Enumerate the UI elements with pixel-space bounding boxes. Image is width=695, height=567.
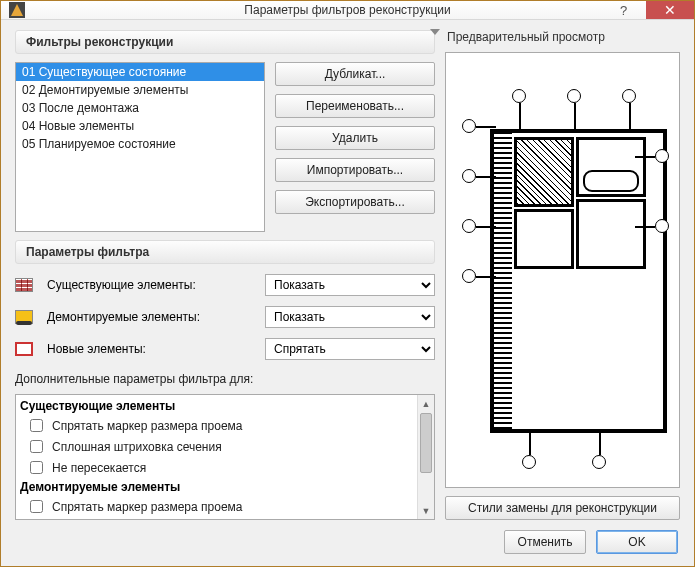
demolished-select[interactable]: ПоказатьСпрятатьПереопределить (265, 306, 435, 328)
filter-list-item[interactable]: 02 Демонтируемые элементы (16, 81, 264, 99)
extra-options-box[interactable]: Существующие элементыСпрятать маркер раз… (15, 394, 435, 520)
help-button[interactable]: ? (601, 1, 646, 19)
extra-option-checkbox[interactable] (30, 500, 43, 513)
scroll-thumb[interactable] (420, 413, 432, 473)
param-grid: Существующие элементы: ПоказатьСпрятатьП… (15, 274, 435, 360)
existing-label: Существующие элементы: (47, 278, 257, 292)
extra-section-title: Существующие элементы (20, 397, 430, 415)
group-header-filters: Фильтры реконструкции (15, 30, 435, 54)
ok-button[interactable]: OK (596, 530, 678, 554)
extra-option-label: Не пересекается (52, 461, 146, 475)
upper-area: Фильтры реконструкции 01 Существующее со… (15, 30, 680, 520)
extra-option-checkbox[interactable] (30, 419, 43, 432)
extra-section-title: Демонтируемые элементы (20, 478, 430, 496)
extra-option[interactable]: Сплошная штриховка сечения (20, 436, 430, 457)
footer: Отменить OK (15, 526, 680, 554)
scrollbar[interactable]: ▲ ▼ (417, 395, 434, 519)
demolished-label: Демонтируемые элементы: (47, 310, 257, 324)
extra-option-checkbox[interactable] (30, 461, 43, 474)
duplicate-button[interactable]: Дубликат... (275, 62, 435, 86)
new-select[interactable]: ПоказатьСпрятатьПереопределить (265, 338, 435, 360)
filters-row: 01 Существующее состояние02 Демонтируемы… (15, 62, 435, 232)
filter-list-item[interactable]: 03 После демонтажа (16, 99, 264, 117)
override-styles-button[interactable]: Стили замены для реконструкции (445, 496, 680, 520)
filter-list-item[interactable]: 04 Новые элементы (16, 117, 264, 135)
filter-buttons-column: Дубликат... Переименовать... Удалить Имп… (275, 62, 435, 232)
right-column: Предварительный просмотр (445, 30, 680, 520)
rename-button[interactable]: Переименовать... (275, 94, 435, 118)
extra-option[interactable]: Спрятать маркер размера проема (20, 415, 430, 436)
extra-option-label: Сплошная штриховка сечения (52, 440, 222, 454)
app-icon (9, 2, 25, 18)
demolished-icon (15, 310, 33, 324)
extra-option-label: Спрятать маркер размера проема (52, 419, 242, 433)
group-header-params: Параметры фильтра (15, 240, 435, 264)
cancel-button[interactable]: Отменить (504, 530, 586, 554)
titlebar: Параметры фильтров реконструкции ? ✕ (1, 1, 694, 20)
extra-option[interactable]: Спрятать маркер размера проема (20, 496, 430, 517)
scroll-down-icon[interactable]: ▼ (418, 502, 434, 519)
scroll-up-icon[interactable]: ▲ (418, 395, 434, 412)
dialog-body: Фильтры реконструкции 01 Существующее со… (1, 20, 694, 566)
new-label: Новые элементы: (47, 342, 257, 356)
delete-button[interactable]: Удалить (275, 126, 435, 150)
extra-option-checkbox[interactable] (30, 440, 43, 453)
floorplan-graphic (452, 59, 673, 481)
existing-icon (15, 278, 33, 292)
window-controls: ? ✕ (601, 1, 694, 19)
filter-list-item[interactable]: 01 Существующее состояние (16, 63, 264, 81)
import-button[interactable]: Импортировать... (275, 158, 435, 182)
filter-list[interactable]: 01 Существующее состояние02 Демонтируемы… (15, 62, 265, 232)
filter-list-item[interactable]: 05 Планируемое состояние (16, 135, 264, 153)
dialog-window: Параметры фильтров реконструкции ? ✕ Фил… (0, 0, 695, 567)
window-title: Параметры фильтров реконструкции (1, 3, 694, 17)
preview-pane (445, 52, 680, 488)
extra-option[interactable]: Не пересекается (20, 457, 430, 478)
close-button[interactable]: ✕ (646, 1, 694, 19)
export-button[interactable]: Экспортировать... (275, 190, 435, 214)
new-icon (15, 342, 33, 356)
extra-option-label: Спрятать маркер размера проема (52, 500, 242, 514)
preview-label: Предварительный просмотр (445, 30, 680, 44)
extra-header: Дополнительные параметры фильтра для: (15, 372, 435, 386)
existing-select[interactable]: ПоказатьСпрятатьПереопределить (265, 274, 435, 296)
left-column: Фильтры реконструкции 01 Существующее со… (15, 30, 435, 520)
